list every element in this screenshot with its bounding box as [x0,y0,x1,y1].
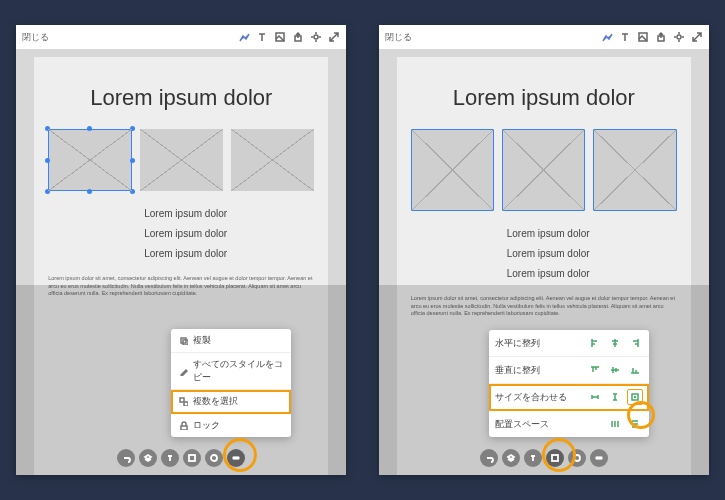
text-line: Lorem ipsum dolor [144,225,314,243]
match-width-icon[interactable] [587,389,603,405]
tool-layers[interactable] [502,449,520,467]
settings-icon[interactable] [310,31,322,43]
svg-rect-17 [552,455,558,461]
menu-label: サイズを合わせる [495,391,582,404]
menu-label: 複数を選択 [193,395,238,408]
draw-icon[interactable] [238,31,250,43]
lock-icon [179,421,188,430]
menu-label: 垂直に整列 [495,364,582,377]
body-text: Lorem ipsum dolor Lorem ipsum dolor Lore… [34,205,328,263]
tool-more[interactable] [590,449,608,467]
tool-layers[interactable] [139,449,157,467]
placeholder-box[interactable] [231,129,314,191]
tool-text[interactable] [161,449,179,467]
menu-label: 水平に整列 [495,337,582,350]
close-button[interactable]: 閉じる [22,31,49,44]
placeholder-box-selected[interactable] [502,129,585,211]
match-height-icon[interactable] [607,389,623,405]
share-icon[interactable] [292,31,304,43]
page-title: Lorem ipsum dolor [397,85,691,111]
align-left-icon[interactable] [587,335,603,351]
text-line: Lorem ipsum dolor [144,245,314,263]
menu-spacing[interactable]: 配置スペース [489,411,649,437]
bottom-toolbar [117,449,245,467]
image-row [397,129,691,211]
menu-duplicate[interactable]: 複製 [171,329,291,353]
menu-label: 複製 [193,334,211,347]
tool-text[interactable] [524,449,542,467]
svg-point-15 [677,35,681,39]
toolbar-icons [238,31,340,43]
svg-rect-6 [184,402,188,406]
tool-undo[interactable] [480,449,498,467]
svg-point-12 [237,457,239,459]
bottom-toolbar [480,449,608,467]
image-icon[interactable] [637,31,649,43]
text-line: Lorem ipsum dolor [507,265,677,283]
placeholder-box-selected[interactable] [48,129,131,191]
editor-panel-right: 閉じる Lorem ipsum dolor Lorem ipsum dolor … [379,25,709,475]
align-h-icons [587,335,643,351]
top-toolbar: 閉じる [379,25,709,50]
canvas[interactable]: Lorem ipsum dolor Lorem ipsum dolor Lore… [16,49,346,475]
tool-more[interactable] [227,449,245,467]
distribute-v-icon[interactable] [627,416,643,432]
align-center-h-icon[interactable] [607,335,623,351]
close-button[interactable]: 閉じる [385,31,412,44]
menu-select-multiple[interactable]: 複数を選択 [171,390,291,414]
menu-lock[interactable]: ロック [171,414,291,437]
text-line: Lorem ipsum dolor [507,225,677,243]
align-top-icon[interactable] [587,362,603,378]
svg-point-18 [574,455,580,461]
duplicate-icon [179,336,188,345]
placeholder-box-selected[interactable] [593,129,676,211]
canvas[interactable]: Lorem ipsum dolor Lorem ipsum dolor Lore… [379,49,709,475]
text-line: Lorem ipsum dolor [507,245,677,263]
svg-rect-7 [181,426,187,430]
size-icons [587,389,643,405]
align-center-v-icon[interactable] [607,362,623,378]
share-icon[interactable] [655,31,667,43]
spacing-icons [607,416,643,432]
menu-copy-styles[interactable]: すべてのスタイルをコピー [171,353,291,390]
expand-icon[interactable] [691,31,703,43]
menu-match-size[interactable]: サイズを合わせる [489,384,649,411]
fine-print: Lorem ipsum dolor sit amet, consectetur … [397,285,691,318]
image-icon[interactable] [274,31,286,43]
tool-align[interactable] [546,449,564,467]
settings-icon[interactable] [673,31,685,43]
image-row [34,129,328,191]
tool-image[interactable] [183,449,201,467]
eyedropper-icon [179,367,188,376]
distribute-h-icon[interactable] [607,416,623,432]
menu-align-vertical[interactable]: 垂直に整列 [489,357,649,384]
text-icon[interactable] [619,31,631,43]
text-icon[interactable] [256,31,268,43]
text-line: Lorem ipsum dolor [144,205,314,223]
align-bottom-icon[interactable] [627,362,643,378]
svg-rect-8 [189,455,195,461]
top-toolbar: 閉じる [16,25,346,50]
menu-align-horizontal[interactable]: 水平に整列 [489,330,649,357]
body-text: Lorem ipsum dolor Lorem ipsum dolor Lore… [397,225,691,283]
fine-print: Lorem ipsum dolor sit amet, consectetur … [34,265,328,298]
match-both-icon[interactable] [627,389,643,405]
tool-undo[interactable] [117,449,135,467]
menu-label: すべてのスタイルをコピー [193,358,283,384]
page-title: Lorem ipsum dolor [34,85,328,111]
expand-icon[interactable] [328,31,340,43]
menu-label: 配置スペース [495,418,602,431]
align-menu: 水平に整列 垂直に整列 サイズを合わせる [489,330,649,437]
align-right-icon[interactable] [627,335,643,351]
placeholder-box[interactable] [140,129,223,191]
context-menu: 複製 すべてのスタイルをコピー 複数を選択 ロック [171,329,291,437]
draw-icon[interactable] [601,31,613,43]
toolbar-icons [601,31,703,43]
svg-point-9 [211,455,217,461]
menu-label: ロック [193,419,220,432]
editor-panel-left: 閉じる Lorem ipsum dolor Lorem ipsum [16,25,346,475]
placeholder-box-selected[interactable] [411,129,494,211]
svg-point-21 [600,457,602,459]
tool-eff[interactable] [205,449,223,467]
tool-eff[interactable] [568,449,586,467]
